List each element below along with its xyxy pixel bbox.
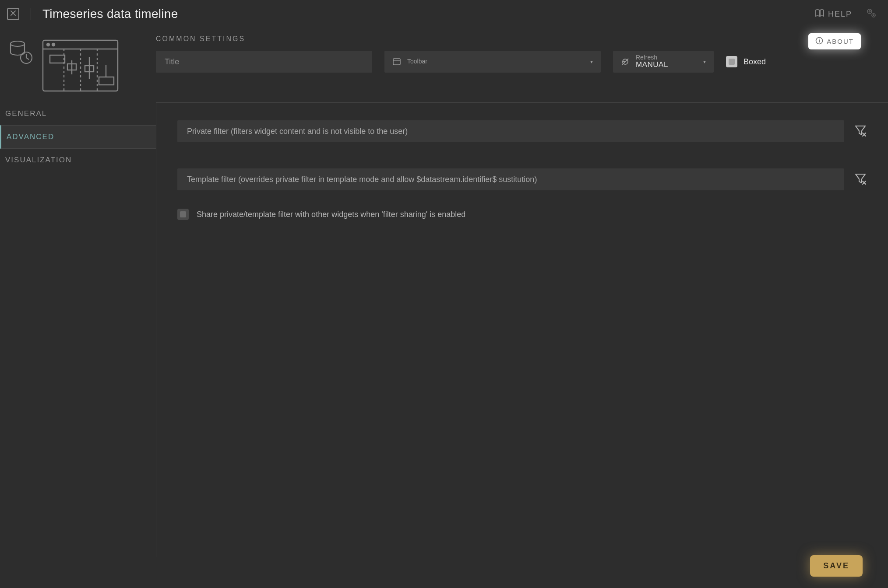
- filter-clear-icon[interactable]: [854, 124, 867, 139]
- settings-tabs: GENERAL ADVANCED VISUALIZATION: [0, 102, 156, 557]
- svg-point-4: [11, 41, 25, 46]
- tab-advanced[interactable]: ADVANCED: [0, 125, 156, 149]
- svg-point-8: [47, 43, 49, 46]
- tab-general[interactable]: GENERAL: [0, 102, 156, 125]
- refresh-label: Refresh: [636, 54, 668, 61]
- help-label: HELP: [828, 10, 852, 19]
- widget-type-illustration: [0, 35, 156, 92]
- settings-gears-icon[interactable]: [865, 7, 877, 21]
- toolbar-label: Toolbar: [407, 58, 427, 65]
- svg-point-9: [52, 43, 55, 46]
- save-label: SAVE: [823, 561, 849, 570]
- svg-point-1: [869, 10, 870, 12]
- refresh-icon: [621, 57, 630, 66]
- toolbar-select[interactable]: Toolbar ▾: [384, 51, 601, 73]
- private-filter-field[interactable]: [177, 120, 844, 142]
- filter-clear-icon[interactable]: [854, 172, 867, 187]
- svg-point-24: [819, 39, 820, 40]
- chevron-down-icon: ▾: [703, 59, 706, 65]
- template-filter-input[interactable]: [186, 175, 835, 185]
- chevron-down-icon: ▾: [590, 59, 593, 65]
- share-filter-label: Share private/template filter with other…: [197, 210, 465, 219]
- refresh-select[interactable]: Refresh MANUAL ▾: [613, 51, 714, 73]
- tab-visualization[interactable]: VISUALIZATION: [0, 149, 156, 172]
- svg-rect-18: [99, 77, 114, 85]
- svg-point-0: [867, 9, 872, 14]
- title-input[interactable]: [164, 57, 364, 67]
- close-button[interactable]: [7, 8, 19, 20]
- refresh-value: MANUAL: [636, 61, 668, 69]
- share-filter-checkbox[interactable]: [177, 209, 189, 220]
- svg-point-3: [873, 15, 874, 16]
- svg-rect-13: [50, 55, 65, 63]
- about-label: ABOUT: [827, 38, 854, 45]
- page-title: Timeseries data timeline: [42, 7, 178, 21]
- svg-rect-6: [43, 40, 118, 91]
- divider: [31, 8, 31, 20]
- timeline-panel-icon: [42, 39, 119, 92]
- svg-point-2: [872, 14, 875, 17]
- help-link[interactable]: HELP: [815, 9, 852, 20]
- boxed-label: Boxed: [744, 57, 766, 66]
- close-icon: [10, 10, 16, 18]
- title-field[interactable]: [156, 51, 372, 73]
- boxed-checkbox[interactable]: [726, 56, 737, 67]
- template-filter-field[interactable]: [177, 168, 844, 190]
- about-button[interactable]: ABOUT: [808, 33, 861, 49]
- toolbar-icon: [392, 57, 401, 66]
- common-settings-heading: COMMON SETTINGS: [156, 35, 862, 43]
- book-icon: [815, 9, 825, 20]
- advanced-panel: Share private/template filter with other…: [156, 102, 888, 557]
- save-button[interactable]: SAVE: [810, 555, 863, 577]
- database-clock-icon: [8, 39, 34, 66]
- svg-rect-20: [393, 59, 400, 65]
- info-icon: [815, 37, 823, 46]
- private-filter-input[interactable]: [186, 126, 835, 136]
